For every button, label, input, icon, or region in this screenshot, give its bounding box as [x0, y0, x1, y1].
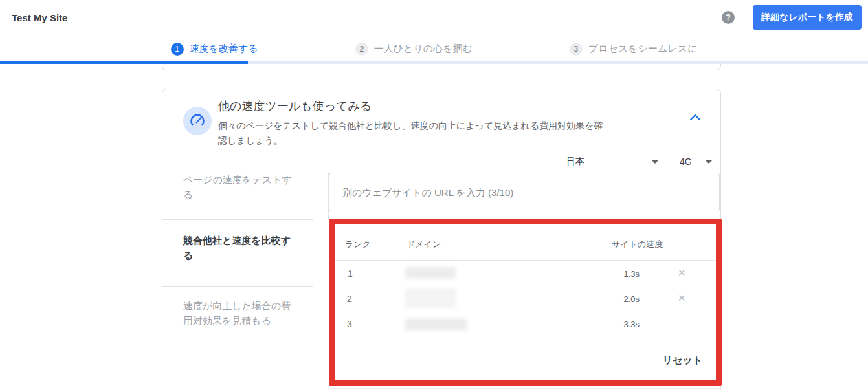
step-number-badge: 2 [355, 43, 368, 56]
redacted-domain [405, 318, 467, 330]
tab-win-hearts[interactable]: 2 一人ひとりの心を掴む [355, 43, 473, 56]
sidebar-item-test-page-speed[interactable]: ページの速度をテストする [183, 172, 300, 202]
step-tabbar: 1 速度を改善する 2 一人ひとりの心を掴む 3 プロセスをシームレスに [0, 36, 868, 61]
network-select-value: 4G [680, 157, 692, 167]
table-row-rank: 3 [347, 319, 352, 329]
table-row-rank: 1 [348, 268, 353, 279]
previous-card-edge [162, 64, 721, 70]
url-input[interactable] [329, 173, 720, 211]
section-description: 個々のページをテストして競合他社と比較し、速度の向上によって見込まれる費用対効果… [218, 118, 604, 148]
vertical-divider [328, 173, 329, 219]
speedometer-icon [183, 107, 212, 135]
redacted-domain [405, 267, 456, 279]
remove-row-icon[interactable]: ✕ [678, 293, 686, 303]
tab-improve-speed[interactable]: 1 速度を改善する [171, 43, 258, 56]
caret-down-icon [652, 160, 658, 164]
country-select[interactable]: 日本 [566, 155, 658, 168]
table-row-speed: 3.3s [608, 320, 640, 329]
reset-button[interactable]: リセット [662, 354, 702, 367]
column-header-domain: ドメイン [406, 239, 441, 250]
progress-track [0, 61, 868, 64]
table-row-speed: 2.0s [608, 294, 640, 304]
country-select-value: 日本 [566, 156, 584, 168]
app-title: Test My Site [12, 12, 67, 23]
table-row-rank: 2 [347, 294, 352, 304]
column-header-rank: ランク [345, 239, 371, 250]
table-row-speed: 1.3s [608, 269, 640, 279]
column-header-speed: サイトの速度 [612, 239, 663, 250]
tab-label: プロセスをシームレスに [588, 43, 698, 55]
sidebar-item-compare-competitors[interactable]: 競合他社と速度を比較する [183, 233, 300, 263]
tab-label: 速度を改善する [190, 43, 258, 55]
tab-seamless-process[interactable]: 3 プロセスをシームレスに [570, 43, 698, 56]
help-icon[interactable]: ? [722, 11, 735, 24]
chevron-up-icon[interactable] [689, 113, 702, 123]
progress-fill [0, 61, 248, 64]
tab-label: 一人ひとりの心を掴む [374, 43, 473, 55]
step-number-badge: 1 [171, 43, 184, 56]
section-divider [329, 388, 721, 389]
sidebar-divider [162, 286, 313, 287]
table-header-divider [335, 260, 716, 261]
sidebar-divider [162, 219, 313, 220]
redacted-domain [405, 288, 456, 308]
create-report-button[interactable]: 詳細なレポートを作成 [753, 5, 862, 30]
section-title: 他の速度ツールも使ってみる [218, 98, 372, 114]
sidebar-item-estimate-roi[interactable]: 速度が向上した場合の費用対効果を見積もる [183, 298, 300, 328]
step-number-badge: 3 [570, 43, 583, 56]
test-my-site-app: Test My Site ? 詳細なレポートを作成 1 速度を改善する 2 一人… [0, 0, 868, 390]
app-bar: Test My Site ? 詳細なレポートを作成 [0, 0, 868, 36]
network-select[interactable]: 4G [680, 155, 712, 168]
caret-down-icon [706, 160, 712, 164]
remove-row-icon[interactable]: ✕ [678, 268, 686, 278]
